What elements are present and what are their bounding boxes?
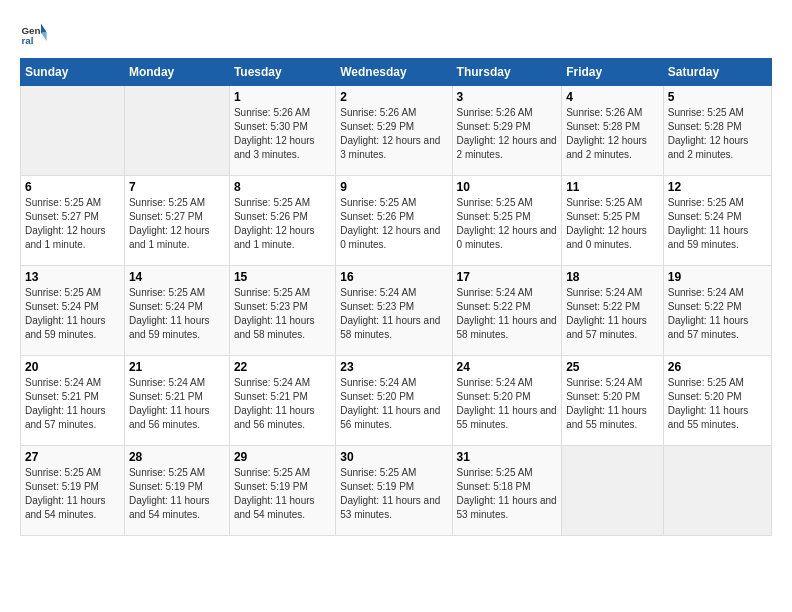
cell-info: Sunrise: 5:25 AMSunset: 5:27 PMDaylight:… [129, 196, 225, 252]
calendar-week-5: 27Sunrise: 5:25 AMSunset: 5:19 PMDayligh… [21, 446, 772, 536]
cell-info: Sunrise: 5:25 AMSunset: 5:19 PMDaylight:… [25, 466, 120, 522]
calendar-week-1: 1Sunrise: 5:26 AMSunset: 5:30 PMDaylight… [21, 86, 772, 176]
day-number: 6 [25, 180, 120, 194]
table-row: 26Sunrise: 5:25 AMSunset: 5:20 PMDayligh… [663, 356, 771, 446]
cell-info: Sunrise: 5:24 AMSunset: 5:22 PMDaylight:… [668, 286, 767, 342]
day-number: 7 [129, 180, 225, 194]
table-row: 28Sunrise: 5:25 AMSunset: 5:19 PMDayligh… [124, 446, 229, 536]
day-number: 28 [129, 450, 225, 464]
table-row: 7Sunrise: 5:25 AMSunset: 5:27 PMDaylight… [124, 176, 229, 266]
logo-icon: Gene ral [20, 20, 48, 48]
weekday-tuesday: Tuesday [229, 59, 335, 86]
weekday-monday: Monday [124, 59, 229, 86]
day-number: 16 [340, 270, 447, 284]
table-row [124, 86, 229, 176]
cell-info: Sunrise: 5:25 AMSunset: 5:19 PMDaylight:… [234, 466, 331, 522]
day-number: 25 [566, 360, 659, 374]
table-row: 14Sunrise: 5:25 AMSunset: 5:24 PMDayligh… [124, 266, 229, 356]
cell-info: Sunrise: 5:25 AMSunset: 5:24 PMDaylight:… [668, 196, 767, 252]
table-row: 9Sunrise: 5:25 AMSunset: 5:26 PMDaylight… [336, 176, 452, 266]
day-number: 13 [25, 270, 120, 284]
weekday-friday: Friday [562, 59, 664, 86]
day-number: 3 [457, 90, 558, 104]
cell-info: Sunrise: 5:25 AMSunset: 5:20 PMDaylight:… [668, 376, 767, 432]
table-row: 25Sunrise: 5:24 AMSunset: 5:20 PMDayligh… [562, 356, 664, 446]
table-row: 29Sunrise: 5:25 AMSunset: 5:19 PMDayligh… [229, 446, 335, 536]
table-row: 22Sunrise: 5:24 AMSunset: 5:21 PMDayligh… [229, 356, 335, 446]
header: Gene ral [20, 20, 772, 48]
table-row: 13Sunrise: 5:25 AMSunset: 5:24 PMDayligh… [21, 266, 125, 356]
weekday-thursday: Thursday [452, 59, 562, 86]
cell-info: Sunrise: 5:25 AMSunset: 5:23 PMDaylight:… [234, 286, 331, 342]
calendar-week-4: 20Sunrise: 5:24 AMSunset: 5:21 PMDayligh… [21, 356, 772, 446]
day-number: 2 [340, 90, 447, 104]
cell-info: Sunrise: 5:24 AMSunset: 5:20 PMDaylight:… [566, 376, 659, 432]
day-number: 21 [129, 360, 225, 374]
day-number: 5 [668, 90, 767, 104]
day-number: 30 [340, 450, 447, 464]
table-row: 21Sunrise: 5:24 AMSunset: 5:21 PMDayligh… [124, 356, 229, 446]
day-number: 27 [25, 450, 120, 464]
svg-marker-3 [41, 33, 47, 41]
day-number: 29 [234, 450, 331, 464]
cell-info: Sunrise: 5:25 AMSunset: 5:24 PMDaylight:… [129, 286, 225, 342]
day-number: 10 [457, 180, 558, 194]
cell-info: Sunrise: 5:24 AMSunset: 5:20 PMDaylight:… [457, 376, 558, 432]
table-row: 17Sunrise: 5:24 AMSunset: 5:22 PMDayligh… [452, 266, 562, 356]
table-row: 4Sunrise: 5:26 AMSunset: 5:28 PMDaylight… [562, 86, 664, 176]
table-row: 3Sunrise: 5:26 AMSunset: 5:29 PMDaylight… [452, 86, 562, 176]
weekday-header-row: SundayMondayTuesdayWednesdayThursdayFrid… [21, 59, 772, 86]
day-number: 22 [234, 360, 331, 374]
day-number: 18 [566, 270, 659, 284]
day-number: 15 [234, 270, 331, 284]
day-number: 4 [566, 90, 659, 104]
weekday-wednesday: Wednesday [336, 59, 452, 86]
day-number: 11 [566, 180, 659, 194]
day-number: 14 [129, 270, 225, 284]
table-row: 19Sunrise: 5:24 AMSunset: 5:22 PMDayligh… [663, 266, 771, 356]
calendar-table: SundayMondayTuesdayWednesdayThursdayFrid… [20, 58, 772, 536]
table-row: 30Sunrise: 5:25 AMSunset: 5:19 PMDayligh… [336, 446, 452, 536]
cell-info: Sunrise: 5:24 AMSunset: 5:21 PMDaylight:… [129, 376, 225, 432]
table-row: 31Sunrise: 5:25 AMSunset: 5:18 PMDayligh… [452, 446, 562, 536]
table-row: 18Sunrise: 5:24 AMSunset: 5:22 PMDayligh… [562, 266, 664, 356]
day-number: 8 [234, 180, 331, 194]
table-row: 27Sunrise: 5:25 AMSunset: 5:19 PMDayligh… [21, 446, 125, 536]
table-row: 1Sunrise: 5:26 AMSunset: 5:30 PMDaylight… [229, 86, 335, 176]
cell-info: Sunrise: 5:25 AMSunset: 5:25 PMDaylight:… [566, 196, 659, 252]
calendar-week-2: 6Sunrise: 5:25 AMSunset: 5:27 PMDaylight… [21, 176, 772, 266]
table-row: 24Sunrise: 5:24 AMSunset: 5:20 PMDayligh… [452, 356, 562, 446]
logo: Gene ral [20, 20, 52, 48]
cell-info: Sunrise: 5:24 AMSunset: 5:22 PMDaylight:… [566, 286, 659, 342]
cell-info: Sunrise: 5:26 AMSunset: 5:30 PMDaylight:… [234, 106, 331, 162]
cell-info: Sunrise: 5:26 AMSunset: 5:28 PMDaylight:… [566, 106, 659, 162]
calendar-header: SundayMondayTuesdayWednesdayThursdayFrid… [21, 59, 772, 86]
weekday-sunday: Sunday [21, 59, 125, 86]
weekday-saturday: Saturday [663, 59, 771, 86]
day-number: 12 [668, 180, 767, 194]
cell-info: Sunrise: 5:24 AMSunset: 5:21 PMDaylight:… [25, 376, 120, 432]
calendar-week-3: 13Sunrise: 5:25 AMSunset: 5:24 PMDayligh… [21, 266, 772, 356]
table-row: 10Sunrise: 5:25 AMSunset: 5:25 PMDayligh… [452, 176, 562, 266]
table-row: 2Sunrise: 5:26 AMSunset: 5:29 PMDaylight… [336, 86, 452, 176]
cell-info: Sunrise: 5:26 AMSunset: 5:29 PMDaylight:… [457, 106, 558, 162]
table-row [21, 86, 125, 176]
cell-info: Sunrise: 5:26 AMSunset: 5:29 PMDaylight:… [340, 106, 447, 162]
cell-info: Sunrise: 5:25 AMSunset: 5:26 PMDaylight:… [340, 196, 447, 252]
cell-info: Sunrise: 5:24 AMSunset: 5:23 PMDaylight:… [340, 286, 447, 342]
cell-info: Sunrise: 5:25 AMSunset: 5:26 PMDaylight:… [234, 196, 331, 252]
table-row: 20Sunrise: 5:24 AMSunset: 5:21 PMDayligh… [21, 356, 125, 446]
cell-info: Sunrise: 5:24 AMSunset: 5:21 PMDaylight:… [234, 376, 331, 432]
table-row [562, 446, 664, 536]
day-number: 9 [340, 180, 447, 194]
svg-text:ral: ral [21, 35, 33, 46]
cell-info: Sunrise: 5:25 AMSunset: 5:18 PMDaylight:… [457, 466, 558, 522]
table-row: 23Sunrise: 5:24 AMSunset: 5:20 PMDayligh… [336, 356, 452, 446]
calendar-body: 1Sunrise: 5:26 AMSunset: 5:30 PMDaylight… [21, 86, 772, 536]
table-row: 12Sunrise: 5:25 AMSunset: 5:24 PMDayligh… [663, 176, 771, 266]
table-row: 11Sunrise: 5:25 AMSunset: 5:25 PMDayligh… [562, 176, 664, 266]
cell-info: Sunrise: 5:25 AMSunset: 5:27 PMDaylight:… [25, 196, 120, 252]
day-number: 31 [457, 450, 558, 464]
table-row: 6Sunrise: 5:25 AMSunset: 5:27 PMDaylight… [21, 176, 125, 266]
cell-info: Sunrise: 5:25 AMSunset: 5:28 PMDaylight:… [668, 106, 767, 162]
